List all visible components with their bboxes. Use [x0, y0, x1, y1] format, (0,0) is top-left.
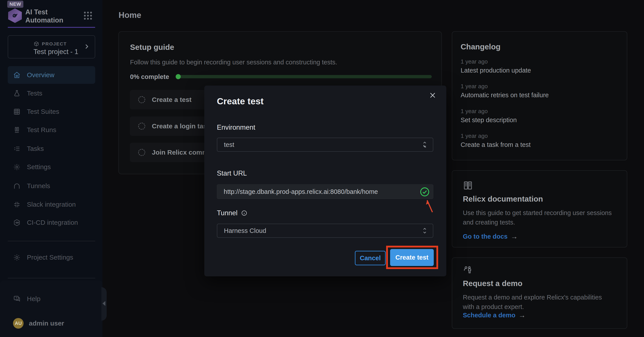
- sidebar-item-label: Slack integration: [27, 201, 76, 208]
- tunnel-label: Tunnel: [217, 209, 247, 217]
- gear-icon: [13, 254, 21, 261]
- sidebar-item-label: Settings: [27, 163, 51, 171]
- setup-guide-title: Setup guide: [130, 43, 174, 52]
- changelog-entry-time: 1 year ago: [461, 108, 517, 115]
- columns-icon: [13, 126, 21, 134]
- task-list-icon: [13, 145, 21, 153]
- info-icon: [241, 210, 247, 216]
- tunnel-label-text: Tunnel: [217, 209, 238, 217]
- sidebar-item-tests[interactable]: Tests: [8, 85, 95, 102]
- sidebar-item-label: Tasks: [27, 145, 44, 152]
- tunnel-value: Harness Cloud: [224, 227, 266, 234]
- changelog-entry[interactable]: 1 year ago Latest production update: [461, 58, 531, 74]
- progress-label: 0% complete: [130, 73, 169, 81]
- close-icon: [429, 92, 436, 99]
- sidebar-divider: [8, 278, 95, 278]
- sidebar-item-label: Test Suites: [27, 108, 59, 115]
- step-label: Create a test: [152, 96, 192, 103]
- annotation-highlight-rect: [386, 246, 438, 269]
- gear-icon: [13, 163, 21, 171]
- cube-icon: [34, 41, 39, 47]
- sidebar-item-tunnels[interactable]: Tunnels: [8, 177, 95, 195]
- demo-description: Request a demo and explore Relicx's capa…: [463, 293, 615, 312]
- arrow-right-icon: →: [518, 311, 526, 319]
- help-chat-icon: ?: [13, 295, 21, 303]
- changelog-entry-text: Latest production update: [461, 67, 531, 74]
- flask-icon: [13, 90, 21, 97]
- changelog-entry-text: Automatic retries on test failure: [461, 92, 549, 99]
- tunnel-select[interactable]: Harness Cloud: [217, 224, 433, 238]
- step-label: Create a login task: [152, 122, 211, 130]
- sidebar-item-cicd-integration[interactable]: CI-CD integration: [8, 214, 95, 231]
- changelog-entry[interactable]: 1 year ago Create a task from a test: [461, 133, 531, 148]
- sidebar-item-help[interactable]: ? Help: [8, 290, 95, 308]
- start-url-input[interactable]: http://stage.dbank.prod-apps.relicx.ai:8…: [217, 184, 433, 199]
- start-url-value: http://stage.dbank.prod-apps.relicx.ai:8…: [224, 188, 378, 195]
- app-title: AI Test Automation: [25, 8, 76, 24]
- sidebar-item-label: Help: [27, 295, 40, 302]
- sidebar-divider: [8, 241, 95, 241]
- sidebar-item-project-settings[interactable]: Project Settings: [8, 249, 95, 266]
- step-circle-icon: [138, 149, 145, 156]
- sidebar-item-settings[interactable]: Settings: [8, 158, 95, 176]
- tunnel-icon: [13, 182, 21, 190]
- link-label: Go to the docs: [463, 233, 508, 240]
- svg-text:?: ?: [16, 296, 18, 299]
- step-circle-icon: [138, 96, 145, 103]
- user-name: admin user: [29, 319, 64, 327]
- select-caret-icon: [422, 227, 428, 234]
- sidebar-item-tasks[interactable]: Tasks: [8, 140, 95, 157]
- sidebar-item-label: Project Settings: [27, 254, 73, 261]
- changelog-entry[interactable]: 1 year ago Set step description: [461, 108, 517, 124]
- sidebar-collapse-handle[interactable]: [102, 287, 107, 321]
- annotation-arrow: [422, 194, 439, 216]
- collapse-arrow-icon: [102, 301, 105, 306]
- home-icon: [13, 71, 21, 79]
- sidebar-item-label: Overview: [27, 71, 54, 79]
- go-to-docs-link[interactable]: Go to the docs →: [463, 232, 518, 241]
- changelog-entry-time: 1 year ago: [461, 133, 531, 139]
- progress-bar: [176, 75, 432, 78]
- link-label: Schedule a demo: [463, 312, 516, 319]
- slack-icon: [13, 201, 21, 208]
- documentation-title: Relicx documentation: [463, 195, 543, 203]
- select-caret-icon: [422, 141, 428, 148]
- environment-select[interactable]: test: [217, 138, 433, 152]
- start-url-label: Start URL: [217, 169, 247, 177]
- app-window: NEW AI Test Automation PROJECT Test proj…: [0, 0, 644, 337]
- schedule-demo-link[interactable]: Schedule a demo →: [463, 311, 526, 319]
- documentation-description: Use this guide to get started recording …: [463, 208, 615, 227]
- sidebar-item-overview[interactable]: Overview: [8, 66, 95, 84]
- sidebar-item-test-runs[interactable]: Test Runs: [8, 121, 95, 139]
- changelog-entry-text: Set step description: [461, 116, 517, 124]
- changelog-title: Changelog: [461, 42, 500, 51]
- sidebar-item-test-suites[interactable]: Test Suites: [8, 103, 95, 120]
- environment-value: test: [224, 141, 234, 148]
- arrow-right-icon: →: [511, 232, 518, 241]
- progress-thumb: [176, 74, 181, 79]
- changelog-entry[interactable]: 1 year ago Automatic retries on test fai…: [461, 83, 549, 99]
- demo-title: Request a demo: [463, 279, 522, 288]
- project-name: Test project - 1: [34, 48, 78, 56]
- sidebar-item-label: Test Runs: [27, 126, 56, 134]
- project-selector[interactable]: PROJECT Test project - 1: [8, 35, 95, 59]
- project-eyebrow-label: PROJECT: [42, 41, 67, 47]
- docs-book-icon: [463, 180, 473, 191]
- user-menu[interactable]: AU admin user: [8, 314, 95, 332]
- environment-label: Environment: [217, 124, 255, 131]
- changelog-entry-text: Create a task from a test: [461, 141, 531, 148]
- sidebar-item-label: CI-CD integration: [27, 219, 78, 226]
- avatar: AU: [13, 318, 24, 329]
- cancel-button[interactable]: Cancel: [355, 251, 386, 265]
- modal-title: Create test: [217, 96, 264, 107]
- page-title: Home: [118, 11, 141, 20]
- new-badge: NEW: [7, 1, 23, 8]
- demo-card: Request a demo Request a demo and explor…: [452, 257, 627, 329]
- sidebar-item-slack-integration[interactable]: Slack integration: [8, 196, 95, 213]
- changelog-entry-time: 1 year ago: [461, 58, 531, 65]
- app-switcher-icon[interactable]: [84, 12, 92, 20]
- setup-guide-description: Follow this guide to begin recording use…: [130, 59, 337, 66]
- modal-close-button[interactable]: [428, 90, 438, 100]
- changelog-entry-time: 1 year ago: [461, 83, 549, 90]
- app-logo-icon: [8, 8, 22, 23]
